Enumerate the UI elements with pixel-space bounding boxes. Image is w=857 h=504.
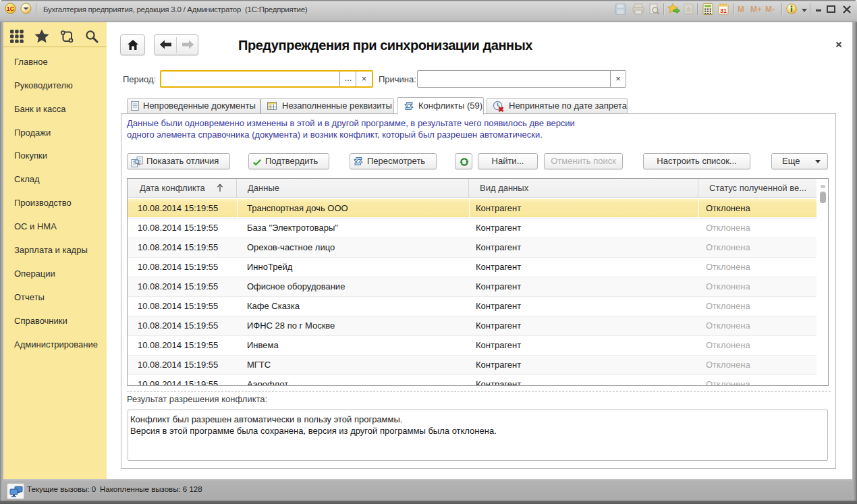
svg-text:31: 31 xyxy=(720,7,727,14)
svg-text:1C: 1C xyxy=(7,5,15,12)
